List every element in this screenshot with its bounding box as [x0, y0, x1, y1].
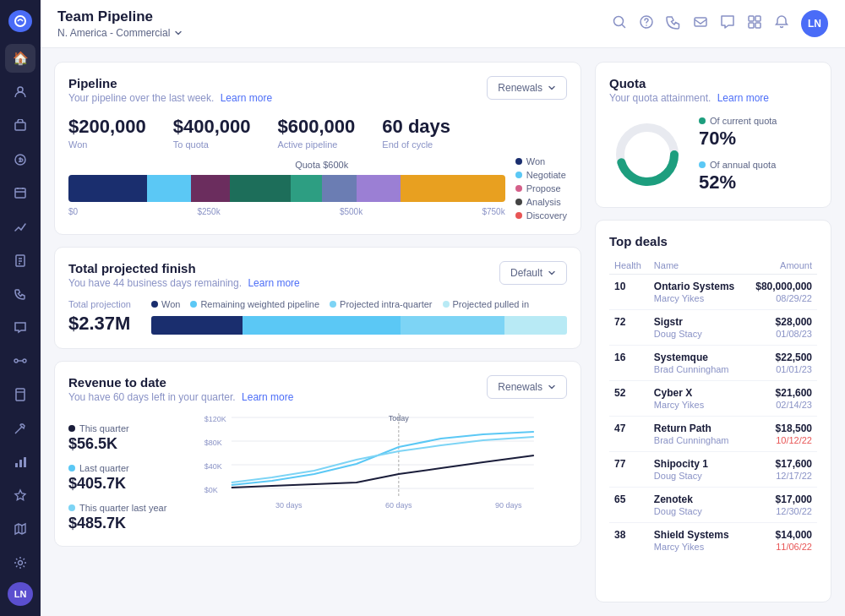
quota-learn-more[interactable]: Learn more: [717, 92, 769, 104]
user-menu-button[interactable]: LN: [801, 10, 828, 37]
deal-amount-cell: $28,000 01/08/23: [746, 310, 817, 346]
revenue-body: This quarter $56.5K Last quarter $405.7K: [68, 413, 567, 532]
sidebar-item-analytics[interactable]: [5, 448, 35, 477]
table-row[interactable]: 77 Shipocity 1 Doug Stacy $17,600 12/17/…: [609, 452, 817, 488]
table-row[interactable]: 52 Cyber X Marcy Yikes $21,600 02/14/23: [609, 381, 817, 417]
sidebar-item-revenue[interactable]: [5, 145, 35, 174]
rev-stat-this-quarter: This quarter $56.5K: [68, 423, 166, 453]
projection-bar: [151, 316, 567, 335]
proj-bar-remaining: [243, 316, 401, 335]
table-row[interactable]: 10 Ontario Systems Marcy Yikes $80,000,0…: [609, 275, 817, 310]
rev-stat-last-quarter: Last quarter $405.7K: [68, 463, 166, 493]
sidebar-item-contacts[interactable]: [5, 78, 35, 106]
table-row[interactable]: 47 Return Path Brad Cunningham $18,500 1…: [609, 417, 817, 452]
deal-health: 52: [609, 381, 649, 417]
phone-icon[interactable]: [666, 14, 681, 33]
sidebar-item-home[interactable]: 🏠: [5, 44, 35, 73]
header: Team Pipeline N. America - Commercial: [41, 0, 845, 48]
col-amount: Amount: [746, 257, 817, 275]
sidebar-item-map[interactable]: [5, 515, 35, 543]
territory-selector[interactable]: N. America - Commercial: [57, 27, 183, 39]
email-icon[interactable]: [693, 14, 708, 33]
sidebar-item-deals[interactable]: [5, 112, 35, 140]
sidebar-item-documents[interactable]: [5, 380, 35, 409]
proj-bar-pulled: [504, 316, 567, 335]
deal-info: Systemque Brad Cunningham: [649, 346, 746, 381]
legend-won: Won: [515, 156, 567, 166]
deal-health: 72: [609, 310, 649, 346]
svg-text:$120K: $120K: [204, 415, 226, 423]
svg-rect-4: [15, 188, 25, 198]
notification-icon[interactable]: [774, 14, 789, 33]
proj-dropdown-arrow: [548, 269, 556, 277]
table-row[interactable]: 16 Systemque Brad Cunningham $22,500 01/…: [609, 346, 817, 381]
bar-chart-container: Quota $600k: [68, 175, 505, 216]
grid-icon[interactable]: [747, 14, 762, 33]
projection-card: Total projected finish You have 44 busin…: [54, 247, 581, 349]
table-row[interactable]: 38 Shield Systems Marcy Yikes $14,000 11…: [609, 523, 817, 559]
svg-point-13: [614, 17, 624, 26]
bar-negotiate: [147, 175, 191, 202]
sidebar-item-reports[interactable]: [5, 246, 35, 275]
svg-rect-9: [15, 463, 18, 467]
svg-text:90 days: 90 days: [495, 501, 522, 510]
stat-end-of-cycle: 60 days End of cycle: [382, 116, 450, 150]
revenue-card: Revenue to date You have 60 days left in…: [54, 361, 581, 547]
svg-point-1: [18, 87, 23, 92]
sidebar-item-settings[interactable]: [5, 548, 35, 577]
pipeline-learn-more[interactable]: Learn more: [221, 92, 272, 104]
bar-won: [68, 175, 147, 202]
projection-learn-more[interactable]: Learn more: [248, 277, 299, 289]
chat-icon[interactable]: [720, 14, 735, 33]
search-icon[interactable]: [612, 14, 627, 33]
pipeline-dropdown[interactable]: Renewals: [487, 76, 567, 100]
bar-propose: [191, 175, 231, 202]
pipeline-bar-row: [68, 175, 505, 202]
sidebar-item-calls[interactable]: [5, 280, 35, 308]
legend-negotiate: Negotiate: [515, 170, 567, 180]
quota-label: Quota $600k: [295, 160, 348, 170]
sidebar-item-pipeline[interactable]: [5, 346, 35, 375]
bar-analysis3: [322, 175, 357, 202]
projection-card-header: Total projected finish You have 44 busin…: [68, 261, 567, 289]
help-icon[interactable]: [639, 14, 654, 33]
revenue-dropdown[interactable]: Renewals: [487, 375, 567, 399]
header-icons: LN: [612, 10, 828, 37]
svg-rect-19: [749, 23, 754, 28]
sidebar-item-favorites[interactable]: [5, 481, 35, 510]
user-avatar[interactable]: LN: [8, 582, 33, 606]
projection-title: Total projected finish: [68, 261, 300, 275]
stat-active-pipeline: $600,000 Active pipeline: [278, 116, 356, 150]
sidebar-item-tools[interactable]: [5, 414, 35, 443]
proj-legend-remaining: Remaining weighted pipeline: [190, 299, 319, 309]
svg-point-12: [19, 560, 23, 564]
table-row[interactable]: 65 Zenotek Doug Stacy $17,000 12/30/22: [609, 488, 817, 523]
revenue-learn-more[interactable]: Learn more: [242, 391, 293, 403]
table-row[interactable]: 72 Sigstr Doug Stacy $28,000 01/08/23: [609, 310, 817, 346]
chevron-down-icon: [173, 28, 183, 38]
svg-rect-10: [19, 460, 22, 467]
deal-health: 10: [609, 275, 649, 310]
deal-health: 16: [609, 346, 649, 381]
svg-text:Today: Today: [389, 414, 410, 422]
deal-amount-cell: $21,600 02/14/23: [746, 381, 817, 417]
svg-rect-11: [24, 457, 26, 467]
projection-dropdown[interactable]: Default: [499, 261, 567, 285]
top-deals-card: Top deals Health Name Amount 10 Ontario …: [595, 220, 831, 602]
proj-legend-intra: Projected intra-quarter: [330, 299, 432, 309]
proj-bar-won: [151, 316, 243, 335]
revenue-chart-area: $120K $80K $40K $0K Today: [180, 413, 567, 523]
deal-amount-cell: $17,000 12/30/22: [746, 488, 817, 523]
col-name: Name: [649, 257, 746, 275]
app-logo: [8, 10, 32, 32]
sidebar-item-goals[interactable]: [5, 212, 35, 241]
quota-annual: Of annual quota 52%: [699, 160, 777, 194]
pipeline-card-header: Pipeline Your pipeline over the last wee…: [68, 76, 567, 104]
content-area: Pipeline Your pipeline over the last wee…: [41, 48, 845, 616]
sidebar-item-calendar[interactable]: [5, 178, 35, 207]
sidebar-item-messages[interactable]: [5, 313, 35, 342]
deal-health: 47: [609, 417, 649, 452]
pipeline-stats: $200,000 Won $400,000 To quota $600,000 …: [68, 116, 567, 150]
col-health: Health: [609, 257, 649, 275]
projection-body: Total projection $2.37M Won Remaining we…: [68, 299, 567, 335]
